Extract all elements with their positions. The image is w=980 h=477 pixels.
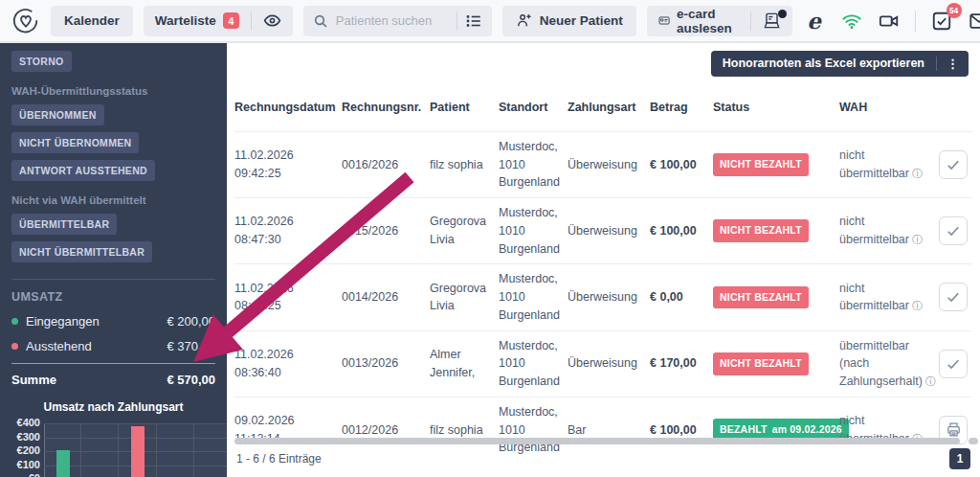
y-tick-label: €200: [11, 444, 40, 456]
notification-dot: [778, 10, 787, 18]
app-logo-icon: [11, 7, 40, 35]
toolbar-icons: e 54 22 € ? KI: [803, 10, 980, 33]
chart-bar-überweisung: [131, 426, 145, 477]
cell-zahlungsart: Überweisung: [568, 216, 650, 246]
eye-icon: [263, 11, 281, 30]
horizontal-scrollbar[interactable]: [234, 438, 960, 444]
warteliste-button[interactable]: Warteliste 4: [144, 6, 251, 36]
cell-standort: Musterdoc, 1010 Burgenland: [499, 331, 568, 397]
patient-search: [303, 6, 492, 36]
elga-e-icon[interactable]: e: [803, 10, 826, 33]
excel-export-label: Honorarnoten als Excel exportieren: [711, 57, 936, 70]
cell-patient: Gregorova Livia: [430, 207, 499, 255]
filter-chip-row: ÜBERMITTELBARNICHT ÜBERMITTELBAR: [11, 214, 215, 262]
filter-chip-storno[interactable]: STORNO: [11, 51, 72, 72]
divider: [457, 11, 457, 31]
neuer-patient-button[interactable]: Neuer Patient: [502, 6, 636, 36]
cell-standort: Musterdoc, 1010 Burgenland: [499, 264, 568, 329]
mark-paid-button[interactable]: [939, 350, 968, 378]
cell-betrag: € 100,00: [650, 150, 713, 180]
cell-standort: Musterdoc, 1010 Burgenland: [499, 132, 568, 197]
filter-chip[interactable]: ÜBERMITTELBAR: [11, 214, 117, 235]
table-row[interactable]: 11.02.202608:47:300015/2026Gregorova Liv…: [234, 197, 972, 263]
column-header: Patient: [430, 93, 499, 123]
mark-paid-button[interactable]: [939, 150, 968, 179]
ecard-icon: [658, 11, 670, 30]
table-header: RechnungsdatumRechnungsnr.PatientStandor…: [234, 83, 972, 131]
neuer-patient-label: Neuer Patient: [540, 13, 623, 28]
cell-zahlungsart: Überweisung: [568, 349, 650, 378]
add-patient-icon: [516, 12, 532, 29]
filter-chip[interactable]: ÜBERNOMMEN: [11, 104, 104, 125]
cell-wah: nicht übermittelbarⓘ: [839, 141, 939, 189]
table-body: 11.02.202609:42:250016/2026filz sophiaMu…: [234, 131, 972, 463]
chart-title: Umsatz nach Zahlungsart: [11, 400, 215, 414]
chart-bar-bar: [56, 450, 70, 477]
filter-sidebar: STORNO WAH-ÜbermittlungsstatusÜBERNOMMEN…: [0, 43, 227, 477]
tasks-icon[interactable]: 54: [930, 10, 953, 33]
umsatz-row: Ausstehend€ 370,00: [11, 339, 215, 353]
column-header: WAH: [839, 93, 939, 123]
filter-chip[interactable]: NICHT ÜBERNOMMEN: [11, 132, 139, 153]
cell-rechnungsnr: 0014/2026: [342, 283, 430, 312]
y-tick-label: €0: [11, 472, 40, 477]
scrollbar-corner[interactable]: [969, 438, 978, 444]
warteliste-label: Warteliste: [155, 13, 216, 28]
payment-chart: €400€300€200€100€0BarKreditkarteÜberweis…: [11, 420, 215, 477]
column-header: Rechnungsnr.: [342, 93, 430, 123]
table-row[interactable]: 11.02.202608:41:250014/2026Gregorova Liv…: [234, 263, 972, 329]
wifi-icon[interactable]: [840, 10, 863, 33]
cell-wah: nicht übermittelbarⓘ: [839, 207, 939, 255]
excel-export-button[interactable]: Honorarnoten als Excel exportieren ⋮: [711, 51, 969, 77]
cell-action: [939, 211, 973, 251]
status-badge: NICHT BEZAHLT: [713, 286, 809, 309]
kebab-menu-icon[interactable]: ⋮: [937, 57, 969, 71]
info-icon[interactable]: ⓘ: [912, 168, 923, 179]
status-badge: NICHT BEZAHLT: [713, 352, 809, 375]
column-header: Standort: [499, 93, 568, 123]
cell-patient: filz sophia: [430, 150, 499, 180]
table-row[interactable]: 11.02.202609:42:250016/2026filz sophiaMu…: [234, 131, 972, 197]
column-header: Rechnungsdatum: [234, 93, 342, 123]
check-icon: [945, 156, 962, 173]
cell-rechnungsnr: 0013/2026: [342, 349, 430, 378]
video-camera-icon[interactable]: [878, 10, 901, 33]
list-icon[interactable]: [465, 12, 482, 30]
mark-paid-button[interactable]: [939, 216, 968, 245]
y-tick-label: €300: [11, 431, 40, 443]
top-bar: Kalender Warteliste 4 Neuer Patient e-ca…: [0, 0, 980, 43]
search-input[interactable]: [336, 13, 449, 28]
info-icon[interactable]: ⓘ: [925, 375, 936, 387]
entries-count: 1 - 6 / 6 Einträge: [236, 452, 322, 466]
summe-value: € 570,00: [167, 373, 215, 387]
table-row[interactable]: 11.02.202608:36:400013/2026Almer Jennife…: [234, 330, 972, 397]
filter-chip-row: ÜBERNOMMENNICHT ÜBERNOMMENANTWORT AUSSTE…: [11, 104, 215, 181]
mail-icon[interactable]: 22: [968, 10, 980, 33]
ecard-group: e-card auslesen: [647, 6, 792, 36]
umsatz-rows: Eingegangen€ 200,00Ausstehend€ 370,00: [11, 314, 215, 353]
pagination-page-1[interactable]: 1: [949, 448, 970, 469]
info-icon[interactable]: ⓘ: [912, 300, 923, 311]
info-icon[interactable]: ⓘ: [912, 234, 923, 245]
umsatz-label: Eingegangen: [26, 314, 100, 329]
kalender-button[interactable]: Kalender: [51, 6, 133, 36]
cell-rechnungsdatum: 11.02.202608:41:25: [234, 274, 342, 322]
invoice-panel: Honorarnoten als Excel exportieren ⋮ Rec…: [227, 43, 980, 477]
cell-patient: Gregorova Livia: [430, 274, 499, 322]
filter-chip[interactable]: ANTWORT AUSSTEHEND: [11, 160, 155, 181]
warteliste-count-badge: 4: [223, 12, 239, 29]
legend-dot: [11, 318, 18, 325]
umsatz-title: UMSATZ: [11, 290, 215, 304]
cell-rechnungsnr: 0016/2026: [342, 150, 430, 180]
mark-paid-button[interactable]: [939, 283, 968, 311]
card-print-button[interactable]: [751, 6, 792, 36]
column-header: Status: [713, 93, 839, 123]
cell-status: NICHT BEZAHLT: [713, 281, 839, 315]
eye-button[interactable]: [252, 6, 293, 36]
ecard-button[interactable]: e-card auslesen: [647, 6, 750, 36]
status-badge: NICHT BEZAHLT: [713, 219, 809, 242]
cell-standort: Musterdoc, 1010 Burgenland: [499, 198, 568, 263]
umsatz-value: € 370,00: [167, 339, 215, 353]
legend-dot: [11, 343, 18, 350]
filter-chip[interactable]: NICHT ÜBERMITTELBAR: [11, 241, 152, 262]
